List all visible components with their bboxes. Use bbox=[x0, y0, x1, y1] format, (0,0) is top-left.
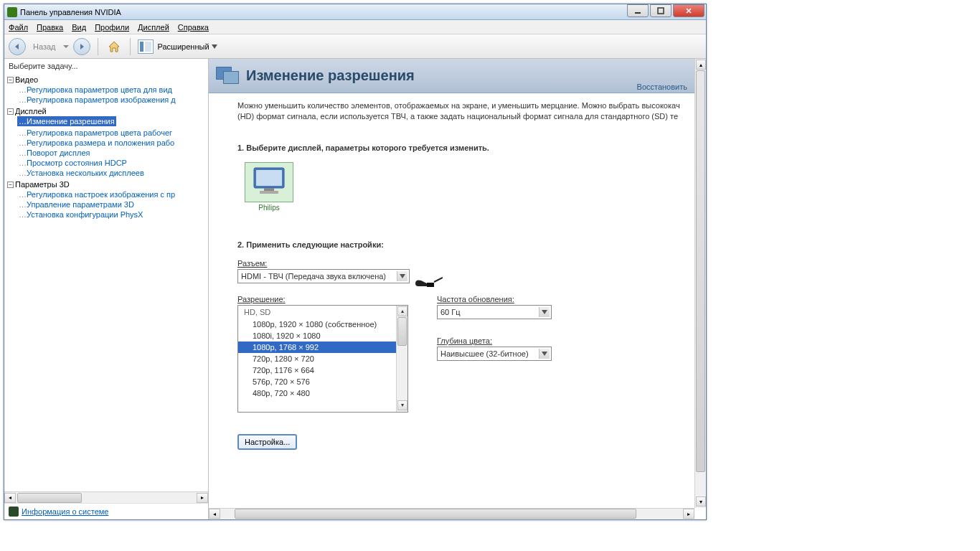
scroll-left-button[interactable]: ◂ bbox=[209, 509, 220, 519]
svg-rect-1 bbox=[658, 8, 664, 14]
listbox-scrollbar[interactable]: ▴ ▾ bbox=[396, 306, 407, 412]
scroll-right-button[interactable]: ▸ bbox=[683, 509, 694, 519]
scrollbar-thumb[interactable] bbox=[696, 70, 705, 472]
resolution-item[interactable]: 720p, 1176 × 664 bbox=[238, 364, 396, 376]
scroll-down-button[interactable]: ▾ bbox=[696, 496, 706, 507]
minimize-button[interactable] bbox=[627, 4, 649, 17]
tree-item-change-resolution[interactable]: Изменение разрешения bbox=[17, 116, 116, 126]
scroll-down-button[interactable]: ▾ bbox=[397, 400, 407, 410]
sidebar-header: Выберите задачу... bbox=[4, 59, 208, 73]
resolution-item[interactable]: 576p, 720 × 576 bbox=[238, 376, 396, 387]
system-info-link[interactable]: Информация о системе bbox=[22, 507, 108, 516]
connector-value: HDMI - ТВЧ (Передача звука включена) bbox=[241, 272, 386, 281]
settings-button[interactable]: Настройка... bbox=[237, 434, 297, 450]
page-header: Изменение разрешения Восстановить bbox=[209, 59, 694, 93]
menu-view[interactable]: Вид bbox=[72, 23, 86, 32]
scroll-right-button[interactable]: ▸ bbox=[197, 493, 208, 503]
menu-help[interactable]: Справка bbox=[178, 23, 209, 32]
refresh-combo[interactable]: 60 Гц bbox=[437, 305, 552, 319]
step-2-title: 2. Применить следующие настройки: bbox=[237, 240, 680, 249]
menu-profiles[interactable]: Профили bbox=[95, 23, 129, 32]
collapse-icon[interactable]: − bbox=[7, 182, 14, 188]
collapse-icon[interactable]: − bbox=[7, 77, 14, 83]
resolution-label: Разрешение: bbox=[237, 295, 408, 303]
svg-rect-0 bbox=[635, 12, 641, 14]
tree-group-display[interactable]: − Дисплей bbox=[7, 106, 205, 116]
separator bbox=[130, 38, 131, 55]
view-mode-dropdown[interactable]: Расширенный bbox=[158, 42, 217, 51]
forward-button[interactable] bbox=[73, 38, 90, 55]
tree-item[interactable]: Установка нескольких дисплеев bbox=[17, 168, 205, 178]
tree-group-label: Дисплей bbox=[15, 107, 47, 116]
scroll-left-button[interactable]: ◂ bbox=[4, 493, 16, 503]
resolution-item[interactable]: 720p, 1280 × 720 bbox=[238, 353, 396, 364]
back-button[interactable] bbox=[9, 38, 26, 55]
task-tree: − Видео Регулировка параметров цвета для… bbox=[4, 73, 208, 491]
depth-label: Глубина цвета: bbox=[437, 336, 552, 345]
resolution-item-selected[interactable]: 1080p, 1768 × 992 bbox=[238, 342, 396, 353]
resolution-listbox[interactable]: HD, SD 1080p, 1920 × 1080 (собственное) … bbox=[237, 305, 408, 413]
tree-group-label: Видео bbox=[15, 75, 38, 84]
depth-value: Наивысшее (32-битное) bbox=[440, 349, 529, 358]
sidebar-scrollbar[interactable]: ◂ ▸ bbox=[4, 491, 208, 503]
layout-icon[interactable] bbox=[138, 39, 154, 54]
toolbar: Назад Расширенный bbox=[4, 34, 706, 59]
cable-icon bbox=[414, 276, 443, 291]
tree-group-3d[interactable]: − Параметры 3D bbox=[7, 179, 205, 189]
chevron-down-icon bbox=[212, 44, 217, 49]
scrollbar-thumb[interactable] bbox=[235, 509, 636, 519]
connector-combo[interactable]: HDMI - ТВЧ (Передача звука включена) bbox=[237, 269, 410, 283]
refresh-value: 60 Гц bbox=[440, 308, 461, 316]
close-button[interactable] bbox=[673, 4, 705, 17]
menubar: Файл Правка Вид Профили Дисплей Справка bbox=[4, 20, 706, 34]
tree-item[interactable]: Регулировка параметров изображения д bbox=[17, 95, 205, 105]
monitor-icon bbox=[251, 166, 287, 198]
titlebar[interactable]: Панель управления NVIDIA bbox=[4, 4, 706, 20]
chevron-down-icon bbox=[397, 271, 407, 281]
resolution-header-icon bbox=[216, 65, 240, 87]
nvidia-control-panel-window: Панель управления NVIDIA Файл Правка Вид… bbox=[4, 4, 707, 520]
chevron-down-icon bbox=[539, 349, 550, 359]
view-mode-label: Расширенный bbox=[158, 42, 209, 51]
display-tile[interactable]: Philips bbox=[245, 162, 293, 212]
scroll-up-button[interactable]: ▴ bbox=[397, 306, 407, 316]
scroll-up-button[interactable]: ▴ bbox=[696, 60, 706, 70]
resolution-item[interactable]: 1080p, 1920 × 1080 (собственное) bbox=[238, 319, 396, 330]
step-1-title: 1. Выберите дисплей, параметры которого … bbox=[237, 143, 680, 152]
svg-rect-5 bbox=[260, 191, 278, 194]
collapse-icon[interactable]: − bbox=[7, 108, 14, 115]
depth-combo[interactable]: Наивысшее (32-битное) bbox=[437, 347, 552, 361]
scrollbar-thumb[interactable] bbox=[17, 493, 82, 503]
main-vscrollbar[interactable]: ▴ ▾ bbox=[694, 59, 706, 508]
tree-group-video[interactable]: − Видео bbox=[7, 75, 205, 85]
tree-item[interactable]: Установка конфигурации PhysX bbox=[17, 209, 205, 220]
scrollbar-thumb[interactable] bbox=[397, 317, 407, 346]
tree-item[interactable]: Поворот дисплея bbox=[17, 148, 205, 158]
tree-item[interactable]: Регулировка параметров цвета рабочег bbox=[17, 128, 205, 138]
main-hscrollbar[interactable]: ◂ ▸ bbox=[209, 508, 694, 519]
tree-group-label: Параметры 3D bbox=[15, 180, 70, 189]
back-dropdown-icon[interactable] bbox=[63, 45, 69, 51]
restore-link[interactable]: Восстановить bbox=[637, 83, 687, 91]
main-content: Изменение разрешения Восстановить Можно … bbox=[209, 59, 706, 519]
connector-label: Разъем: bbox=[237, 259, 680, 268]
tree-item[interactable]: Управление параметрами 3D bbox=[17, 199, 205, 209]
menu-file[interactable]: Файл bbox=[9, 23, 28, 32]
list-header: HD, SD bbox=[238, 306, 396, 319]
page-title: Изменение разрешения bbox=[246, 67, 415, 84]
resolution-item[interactable]: 480p, 720 × 480 bbox=[238, 387, 396, 399]
tree-item[interactable]: Регулировка размера и положения рабо bbox=[17, 138, 205, 148]
tree-item[interactable]: Регулировка настроек изображения с пр bbox=[17, 189, 205, 199]
refresh-label: Частота обновления: bbox=[437, 295, 552, 303]
home-button[interactable] bbox=[105, 38, 123, 55]
menu-display[interactable]: Дисплей bbox=[138, 23, 169, 32]
resolution-item[interactable]: 1080i, 1920 × 1080 bbox=[238, 330, 396, 342]
separator bbox=[98, 38, 98, 55]
chevron-down-icon bbox=[539, 307, 550, 317]
tree-item[interactable]: Регулировка параметров цвета для вид bbox=[17, 85, 205, 95]
maximize-button[interactable] bbox=[650, 4, 672, 17]
nvidia-icon bbox=[7, 7, 17, 17]
tree-item[interactable]: Просмотр состояния HDCP bbox=[17, 158, 205, 168]
menu-edit[interactable]: Правка bbox=[37, 23, 63, 32]
svg-rect-3 bbox=[256, 170, 282, 186]
